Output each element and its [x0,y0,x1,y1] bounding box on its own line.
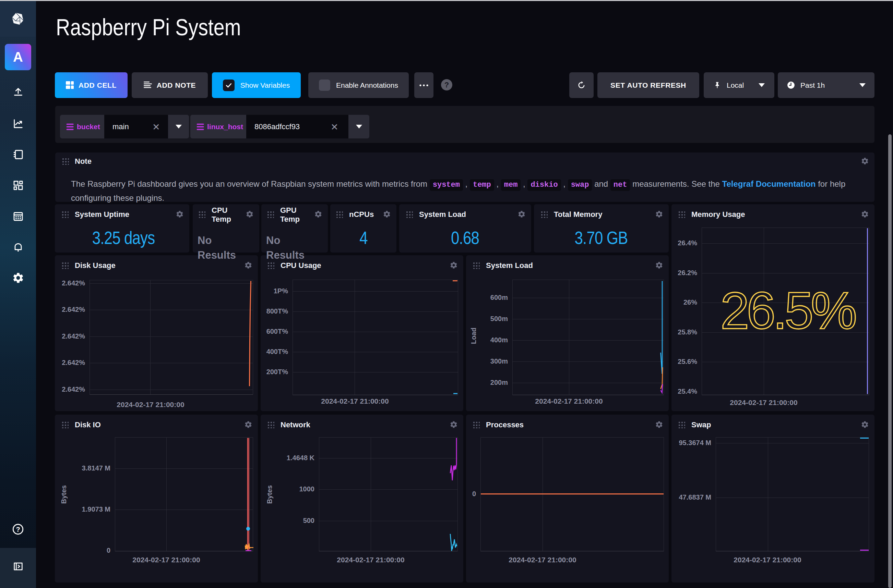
svg-text:?: ? [16,526,20,533]
